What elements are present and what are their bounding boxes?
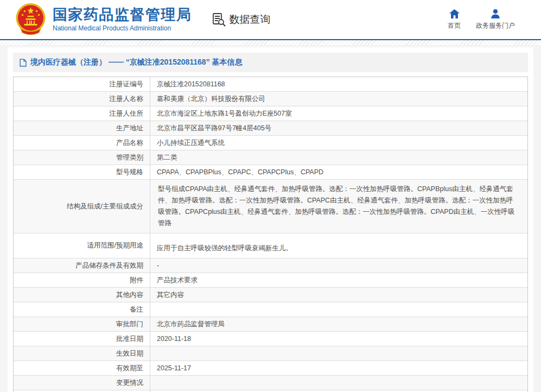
row-label: 生效日期: [14, 346, 150, 361]
row-label: 生产地址: [14, 121, 150, 135]
nav-portal[interactable]: 政务服务门户: [476, 9, 515, 30]
row-value: 小儿持续正压通气系统: [150, 136, 527, 150]
table-row-intended-use: 适用范围/预期用途 应用于自主呼吸较强的轻型呼吸衰竭新生儿。: [14, 233, 527, 258]
table-row-storage-validity: 产品储存条件及有效期 -: [14, 258, 527, 273]
brand-text: 国家药品监督管理局 National Medical Products Admi…: [53, 7, 192, 33]
row-label: 产品储存条件及有效期: [14, 258, 150, 273]
row-value: -: [150, 258, 527, 273]
brand-title-zh: 国家药品监督管理局: [53, 7, 192, 23]
data-query-link[interactable]: 数据查询: [212, 12, 271, 27]
china-national-emblem-icon: [15, 3, 46, 36]
section-title-bar: 境内医疗器械（注册） —— “京械注准20152081168” 基本信息: [13, 53, 528, 72]
row-value: 北京市昌平区昌平路97号7幢4层405号: [150, 121, 527, 135]
row-value: [150, 376, 527, 390]
table-row-production-address: 生产地址 北京市昌平区昌平路97号7幢4层405号: [14, 121, 527, 136]
row-label: 注册人名称: [14, 92, 150, 106]
row-label: 审批部门: [14, 317, 150, 331]
row-label: 型号规格: [14, 165, 150, 179]
header-nav: 首页 政务服务门户: [448, 9, 515, 30]
nav-home[interactable]: 首页: [448, 9, 461, 30]
table-row-registrant-name: 注册人名称 嘉和美康（北京）科技股份有限公司: [14, 92, 527, 106]
nav-home-label: 首页: [448, 21, 461, 30]
table-row-effective-date: 生效日期: [14, 346, 527, 361]
table-row-approval-department: 审批部门 北京市药品监督管理局: [14, 317, 527, 332]
row-label: 附件: [14, 273, 150, 287]
row-label: 其他内容: [14, 288, 150, 302]
table-row-registrant-address: 注册人住所 北京市海淀区上地东路1号盈创动力E座507室: [14, 106, 527, 121]
row-value: 型号组成CPAPA由主机、经鼻通气套件、加热呼吸管路。选配：一次性加热呼吸管路。…: [150, 180, 527, 233]
document-search-icon: [212, 12, 226, 27]
row-value: 嘉和美康（北京）科技股份有限公司: [150, 92, 527, 106]
row-value: [150, 346, 527, 361]
section-title-text: 境内医疗器械（注册） —— “京械注准20152081168” 基本信息: [30, 58, 243, 67]
row-value: 北京市海淀区上地东路1号盈创动力E座507室: [150, 106, 527, 121]
nav-portal-label: 政务服务门户: [476, 21, 515, 30]
table-row-other-content: 其他内容 其它内容: [14, 288, 527, 302]
row-value: 其它内容: [150, 288, 527, 302]
row-label: 注册人住所: [14, 106, 150, 121]
info-table: 注册证编号 京械注准20152081168 注册人名称 嘉和美康（北京）科技股份…: [13, 77, 528, 392]
page: 国家药品监督管理局 National Medical Products Admi…: [0, 0, 541, 392]
row-value: 京械注准20152081168: [150, 77, 527, 91]
row-label: 产品名称: [14, 136, 150, 150]
row-value: 产品技术要求: [150, 273, 527, 287]
row-label: 变更情况: [14, 376, 150, 390]
row-label: 批准日期: [14, 332, 150, 346]
row-value: 2020-11-18: [150, 332, 527, 346]
table-row-composition: 结构及组成/主要组成成分 型号组成CPAPA由主机、经鼻通气套件、加热呼吸管路。…: [14, 180, 527, 233]
document-icon: [20, 59, 27, 67]
hatch-strip: [0, 40, 541, 45]
data-query-label: 数据查询: [230, 12, 271, 27]
row-value: [150, 302, 527, 317]
site-header: 国家药品监督管理局 National Medical Products Admi…: [0, 0, 541, 39]
row-label: 管理类别: [14, 150, 150, 165]
table-row-valid-until: 有效期至 2025-11-17: [14, 361, 527, 376]
row-value: CPAPA、CPAPBPlus、CPAPC、CPAPCPlus、CPAPD: [150, 165, 527, 179]
table-row-attachment: 附件 产品技术要求: [14, 273, 527, 288]
row-label: 注册证编号: [14, 77, 150, 91]
row-label: 备注: [14, 302, 150, 317]
table-row-product-name: 产品名称 小儿持续正压通气系统: [14, 136, 527, 150]
table-row-model-spec: 型号规格 CPAPA、CPAPBPlus、CPAPC、CPAPCPlus、CPA…: [14, 165, 527, 180]
home-icon: [449, 9, 460, 18]
row-value: 2025-11-17: [150, 361, 527, 375]
row-value: 第二类: [150, 150, 527, 165]
table-row-remark: 备注: [14, 302, 527, 317]
user-icon: [491, 9, 500, 18]
row-value: 应用于自主呼吸较强的轻型呼吸衰竭新生儿。: [150, 233, 527, 258]
table-row-management-class: 管理类别 第二类: [14, 150, 527, 165]
brand-title-en: National Medical Products Administration: [53, 24, 192, 32]
row-label: 适用范围/预期用途: [14, 233, 150, 258]
table-row-change-status: 变更情况: [14, 376, 527, 390]
table-row-reg-number: 注册证编号 京械注准20152081168: [14, 77, 527, 92]
row-label: 结构及组成/主要组成成分: [14, 180, 150, 233]
row-value: 北京市药品监督管理局: [150, 317, 527, 331]
brand: 国家药品监督管理局 National Medical Products Admi…: [15, 3, 192, 36]
row-label: 有效期至: [14, 361, 150, 375]
content-card: 境内医疗器械（注册） —— “京械注准20152081168” 基本信息 注册证…: [8, 47, 533, 392]
table-row-approval-date: 批准日期 2020-11-18: [14, 332, 527, 346]
